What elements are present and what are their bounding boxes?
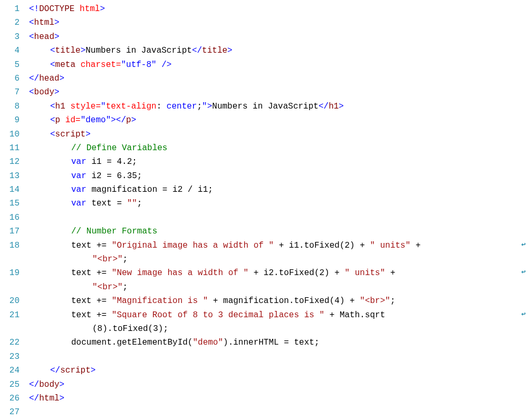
code-token: > [227, 46, 233, 55]
code-token: > [85, 130, 91, 139]
code-token: "New image has a width of " [112, 268, 248, 278]
code-token: : [157, 102, 167, 111]
code-line[interactable]: <meta charset="utf-8" /> [29, 58, 530, 72]
code-line[interactable]: <script> [29, 128, 530, 141]
code-line[interactable]: <html> [29, 16, 530, 30]
code-line[interactable]: </head> [29, 72, 530, 85]
code-token: > [91, 366, 96, 375]
code-token: meta [55, 60, 75, 70]
code-token: script [55, 130, 86, 139]
line-number [0, 322, 20, 336]
code-line[interactable]: (8).toFixed(3); [29, 322, 530, 336]
code-line[interactable]: text += "New image has a width of " + i2… [29, 266, 530, 280]
line-number: 16 [0, 211, 20, 224]
line-number: 21 [0, 308, 20, 322]
code-token: > [100, 4, 105, 14]
code-token: text += [71, 241, 112, 250]
wrap-indicator-icon: ↩ [522, 308, 526, 320]
code-token: </ [319, 102, 329, 111]
code-line[interactable]: var magnification = i2 / i1; [29, 183, 530, 197]
code-token: Numbers in JavaScript [85, 46, 192, 55]
code-token: html [80, 4, 100, 14]
code-token: "Original image has a width of " [112, 241, 274, 250]
line-number [0, 280, 20, 294]
code-token: "Square Root of 8 to 3 decimal places is… [112, 310, 324, 320]
code-token: </ [50, 366, 60, 375]
code-line[interactable]: <head> [29, 30, 530, 44]
code-token: // Define Variables [71, 143, 167, 153]
code-line[interactable]: "<br>"; [29, 252, 530, 266]
code-token: charset= [81, 60, 121, 70]
code-token: + [410, 241, 426, 250]
code-line[interactable]: <h1 style="text-align: center;">Numbers … [29, 100, 530, 113]
code-token: < [29, 32, 34, 42]
code-line[interactable]: // Define Variables [29, 141, 530, 155]
line-number: 19 [0, 266, 20, 280]
code-token: // Number Formats [71, 227, 157, 236]
code-line[interactable]: text += "Square Root of 8 to 3 decimal p… [29, 308, 530, 322]
line-number: 1 [0, 2, 20, 16]
code-token: Numbers in JavaScript [212, 102, 319, 111]
code-token: style= [70, 102, 101, 111]
code-token: > [60, 380, 65, 389]
code-token: </ [192, 46, 202, 55]
code-token: </ [29, 394, 39, 403]
code-token [157, 60, 162, 70]
code-token: id= [65, 115, 81, 125]
line-number: 23 [0, 350, 20, 364]
code-token: h1 [55, 102, 65, 111]
code-token: "demo" [192, 338, 223, 347]
code-token: "demo"> [81, 115, 116, 125]
code-line[interactable] [29, 211, 530, 224]
code-line[interactable]: document.getElementById("demo").innerHTM… [29, 336, 530, 349]
code-token: > [131, 115, 137, 125]
code-token: body [34, 87, 54, 97]
code-token: html [34, 18, 54, 27]
code-line[interactable]: text += "Magnification is " + magnificat… [29, 294, 530, 308]
code-line[interactable]: text += "Original image has a width of "… [29, 239, 530, 252]
code-line[interactable]: var i1 = 4.2; [29, 155, 530, 169]
code-token: </ [116, 115, 126, 125]
code-line[interactable] [29, 350, 530, 364]
code-area[interactable]: <!DOCTYPE html><html><head><title>Number… [29, 2, 530, 419]
code-token [60, 115, 65, 125]
code-line[interactable]: <p id="demo"></p> [29, 113, 530, 127]
line-number: 4 [0, 44, 20, 57]
code-line[interactable]: <title>Numbers in JavaScript</title> [29, 44, 530, 57]
code-token: magnification = i2 / i1; [86, 185, 213, 194]
code-line[interactable]: </body> [29, 378, 530, 392]
line-number: 24 [0, 364, 20, 377]
code-line[interactable]: <body> [29, 85, 530, 99]
code-token: head [39, 74, 59, 83]
code-token: < [50, 115, 55, 125]
line-number: 7 [0, 85, 20, 99]
code-line[interactable]: <!DOCTYPE html> [29, 2, 530, 16]
code-token: > [54, 18, 60, 27]
code-token: var [71, 171, 86, 181]
code-token: text += [71, 310, 112, 320]
code-line[interactable]: "<br>"; [29, 280, 530, 294]
code-token: + Math.sqrt [324, 310, 385, 320]
line-number: 8 [0, 100, 20, 113]
code-line[interactable]: var text = ""; [29, 197, 530, 210]
code-token: var [71, 157, 86, 167]
line-number: 2 [0, 16, 20, 30]
code-token: DOCTYPE [39, 4, 74, 14]
code-token: <! [29, 4, 39, 14]
code-token: "utf-8" [121, 60, 156, 70]
line-number: 26 [0, 392, 20, 405]
code-token: > [54, 87, 60, 97]
code-token: body [39, 380, 59, 389]
line-number: 14 [0, 183, 20, 197]
line-number: 17 [0, 224, 20, 238]
code-token: " units" [370, 241, 411, 250]
code-line[interactable] [29, 405, 530, 419]
code-line[interactable]: // Number Formats [29, 224, 530, 238]
code-line[interactable]: var i2 = 6.35; [29, 169, 530, 183]
line-number: 11 [0, 141, 20, 155]
code-line[interactable]: </html> [29, 392, 530, 405]
code-token: "" [127, 199, 137, 208]
code-line[interactable]: </script> [29, 364, 530, 377]
code-token: ; [123, 255, 128, 264]
code-token: text = [86, 199, 127, 208]
